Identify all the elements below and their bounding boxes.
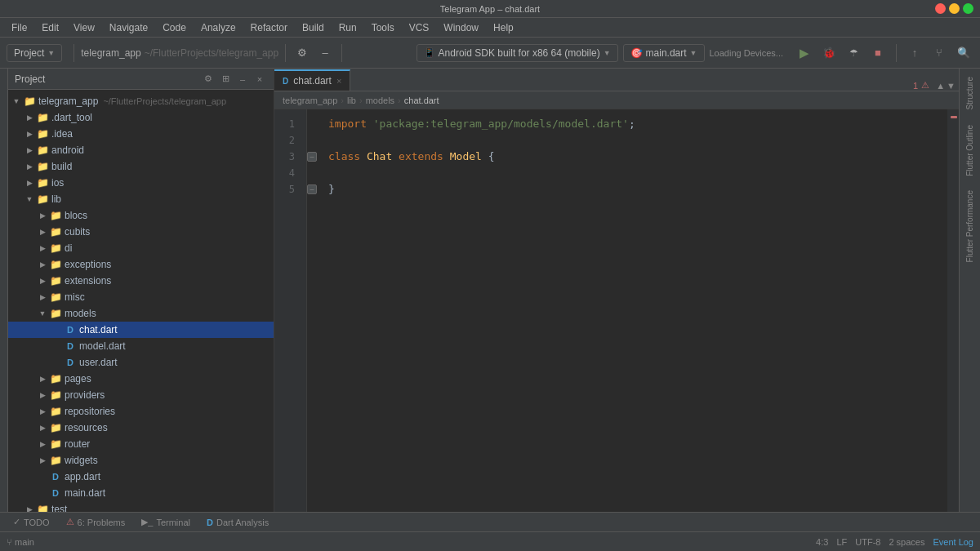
tree-arrow-resources: ▶: [36, 424, 49, 432]
window-controls[interactable]: [935, 3, 973, 14]
tree-label-router: router: [65, 438, 90, 450]
menu-navigate[interactable]: Navigate: [103, 20, 154, 35]
cursor-position[interactable]: 4:3: [816, 537, 828, 547]
line-ending[interactable]: LF: [836, 537, 847, 547]
tree-item-lib[interactable]: ▼ 📁 lib: [8, 191, 274, 207]
panel-header: Project ⚙ ⊞ – ×: [8, 69, 274, 90]
menu-code[interactable]: Code: [156, 20, 193, 35]
scroll-up-icon[interactable]: ▲: [936, 81, 945, 91]
coverage-button[interactable]: ☂: [844, 43, 863, 63]
tree-item-blocs[interactable]: ▶ 📁 blocs: [8, 207, 274, 224]
bottom-tab-dart-analysis[interactable]: D Dart Analysis: [200, 515, 275, 530]
project-panel: Project ⚙ ⊞ – × ▼ 📁 telegram_app ~/Flutt…: [8, 69, 274, 512]
tree-item-user-dart[interactable]: ▶ D user.dart: [8, 354, 274, 371]
git-icon: ⑂: [7, 537, 12, 547]
bottom-tab-todo[interactable]: ✓ TODO: [7, 514, 56, 530]
menu-window[interactable]: Window: [437, 20, 485, 35]
tree-item-resources[interactable]: ▶ 📁 resources: [8, 420, 274, 436]
tree-item-repositories[interactable]: ▶ 📁 repositories: [8, 403, 274, 420]
tab-chat-dart[interactable]: D chat.dart ×: [274, 69, 350, 91]
menu-refactor[interactable]: Refactor: [244, 20, 294, 35]
bc-sep-2: ›: [359, 96, 363, 105]
tree-item-exceptions[interactable]: ▶ 📁 exceptions: [8, 256, 274, 273]
tree-item-android[interactable]: ▶ 📁 android: [8, 142, 274, 158]
maximize-button[interactable]: [963, 3, 973, 14]
event-log[interactable]: Event Log: [933, 537, 973, 547]
encoding-label: UTF-8: [855, 537, 880, 547]
tree-item-extensions[interactable]: ▶ 📁 extensions: [8, 273, 274, 289]
panel-close-button[interactable]: ×: [252, 72, 267, 87]
settings-button[interactable]: ⚙: [292, 43, 312, 63]
panel-gear-button[interactable]: ⚙: [201, 72, 216, 87]
minus-button[interactable]: –: [315, 43, 335, 63]
tree-item-build[interactable]: ▶ 📁 build: [8, 158, 274, 175]
tree-item-ios[interactable]: ▶ 📁 ios: [8, 175, 274, 191]
panel-collapse-button[interactable]: –: [235, 72, 250, 87]
tree-item-root[interactable]: ▼ 📁 telegram_app ~/FlutterProjects/teleg…: [8, 93, 274, 109]
debug-button[interactable]: 🐞: [819, 43, 839, 63]
project-selector[interactable]: Project ▼: [7, 44, 62, 62]
tree-item-chat-dart[interactable]: ▶ D chat.dart: [8, 322, 274, 338]
vcs-button[interactable]: ↑: [905, 43, 924, 63]
project-label: Project: [14, 47, 44, 59]
fold-marker-5[interactable]: –: [307, 181, 318, 198]
tree-item-model-dart[interactable]: ▶ D model.dart: [8, 338, 274, 354]
search-everywhere-button[interactable]: 🔍: [954, 43, 973, 63]
status-right: 4:3 LF UTF-8 2 spaces Event Log: [816, 537, 973, 547]
encoding[interactable]: UTF-8: [855, 537, 880, 547]
folder-icon-resources: 📁: [49, 422, 62, 433]
tree-item-pages[interactable]: ▶ 📁 pages: [8, 371, 274, 387]
bottom-tab-terminal[interactable]: ▶_ Terminal: [135, 514, 197, 530]
git-status[interactable]: ⑂ main: [7, 537, 34, 547]
run-config-selector[interactable]: 🎯 main.dart ▼: [623, 44, 705, 62]
menu-vcs[interactable]: VCS: [403, 20, 436, 35]
tree-item-di[interactable]: ▶ 📁 di: [8, 240, 274, 256]
tree-item-providers[interactable]: ▶ 📁 providers: [8, 387, 274, 403]
scroll-down-icon[interactable]: ▼: [947, 81, 956, 91]
tree-label-test: test: [51, 504, 67, 512]
minimize-button[interactable]: [949, 3, 960, 14]
right-tab-structure[interactable]: Structure: [963, 70, 977, 117]
bottom-tab-problems[interactable]: ⚠ 6: Problems: [60, 514, 132, 530]
close-button[interactable]: [935, 3, 946, 14]
tree-item-app-dart[interactable]: ▶ D app.dart: [8, 469, 274, 485]
tree-label-ios: ios: [51, 177, 64, 189]
right-tab-flutter-outline[interactable]: Flutter Outline: [963, 118, 977, 183]
menu-edit[interactable]: Edit: [35, 20, 65, 35]
tree-item-main-dart[interactable]: ▶ D main.dart: [8, 485, 274, 501]
tree-label-misc: misc: [65, 291, 85, 303]
panel-expand-button[interactable]: ⊞: [218, 72, 233, 87]
tree-item-models[interactable]: ▼ 📁 models: [8, 305, 274, 322]
tree-item-widgets[interactable]: ▶ 📁 widgets: [8, 452, 274, 469]
indent[interactable]: 2 spaces: [889, 537, 924, 547]
fold-marker-3[interactable]: –: [307, 149, 318, 165]
tree-item-dart-tool[interactable]: ▶ 📁 .dart_tool: [8, 109, 274, 126]
run-button[interactable]: ▶: [795, 43, 814, 63]
menu-analyze[interactable]: Analyze: [194, 20, 243, 35]
tree-item-misc[interactable]: ▶ 📁 misc: [8, 289, 274, 305]
folder-icon-lib: 📁: [36, 193, 49, 205]
menu-tools[interactable]: Tools: [365, 20, 401, 35]
fold-icon-5[interactable]: –: [307, 184, 317, 194]
code-content[interactable]: import 'package:telegram_app/models/mode…: [318, 109, 947, 512]
stop-button[interactable]: ■: [868, 43, 888, 63]
tree-item-router[interactable]: ▶ 📁 router: [8, 436, 274, 452]
window-title: Telegram App – chat.dart: [440, 4, 540, 14]
menu-build[interactable]: Build: [296, 20, 331, 35]
device-selector[interactable]: 📱 Android SDK built for x86 64 (mobile) …: [416, 44, 618, 62]
tree-item-idea[interactable]: ▶ 📁 .idea: [8, 126, 274, 142]
menu-view[interactable]: View: [67, 20, 101, 35]
tree-item-cubits[interactable]: ▶ 📁 cubits: [8, 224, 274, 240]
tree-item-test[interactable]: ▶ 📁 test: [8, 501, 274, 512]
menu-file[interactable]: File: [5, 20, 33, 35]
menu-run[interactable]: Run: [332, 20, 363, 35]
git-button[interactable]: ⑂: [929, 43, 949, 63]
tree-root-path: ~/FlutterProjects/telegram_app: [103, 96, 226, 106]
right-tab-flutter-performance[interactable]: Flutter Performance: [963, 184, 977, 269]
panel-title: Project: [15, 73, 45, 85]
fold-icon-3[interactable]: –: [307, 152, 317, 162]
folder-icon-di: 📁: [49, 242, 62, 254]
menu-help[interactable]: Help: [487, 20, 520, 35]
tab-close-chat-dart[interactable]: ×: [336, 76, 341, 86]
project-dropdown-arrow: ▼: [47, 49, 55, 57]
